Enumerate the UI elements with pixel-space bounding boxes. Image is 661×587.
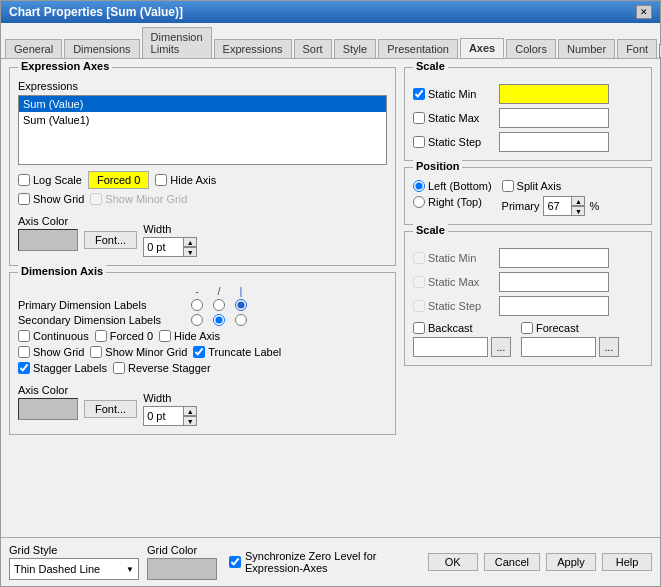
tab-sort[interactable]: Sort	[294, 39, 332, 58]
backcast-checkbox[interactable]	[413, 322, 425, 334]
ok-button[interactable]: OK	[428, 553, 478, 571]
tab-axes[interactable]: Axes	[460, 38, 504, 58]
grid-style-dropdown[interactable]: Thin Dashed Line ▼	[9, 558, 139, 580]
split-axis-checkbox-label[interactable]: Split Axis	[502, 180, 600, 192]
secondary-dim-radio-1[interactable]	[186, 314, 208, 326]
dim-static-max-checkbox-label[interactable]: Static Max	[413, 276, 493, 288]
static-max-checkbox[interactable]	[413, 112, 425, 124]
log-scale-checkbox[interactable]	[18, 174, 30, 186]
dim-show-grid-label[interactable]: Show Grid	[18, 346, 84, 358]
static-max-input[interactable]	[499, 108, 609, 128]
show-grid-checkbox-label[interactable]: Show Grid	[18, 193, 84, 205]
static-min-checkbox[interactable]	[413, 88, 425, 100]
expr-item-0[interactable]: Sum (Value)	[19, 96, 386, 112]
dim-show-minor-grid-checkbox[interactable]	[90, 346, 102, 358]
show-minor-grid-checkbox[interactable]	[90, 193, 102, 205]
tab-general[interactable]: General	[5, 39, 62, 58]
dim-hide-axis-label[interactable]: Hide Axis	[159, 330, 220, 342]
right-top-radio-label[interactable]: Right (Top)	[413, 196, 492, 208]
dim-static-min-checkbox-label[interactable]: Static Min	[413, 252, 493, 264]
backcast-checkbox-label[interactable]: Backcast	[413, 322, 473, 334]
dim-font-button[interactable]: Font...	[84, 400, 137, 418]
tab-colors[interactable]: Colors	[506, 39, 556, 58]
right-top-radio[interactable]	[413, 196, 425, 208]
static-min-checkbox-label[interactable]: Static Min	[413, 88, 493, 100]
dim-static-min-checkbox[interactable]	[413, 252, 425, 264]
tab-style[interactable]: Style	[334, 39, 376, 58]
dim-static-min-input[interactable]	[499, 248, 609, 268]
truncate-label-label[interactable]: Truncate Label	[193, 346, 281, 358]
dim-width-input[interactable]	[143, 406, 183, 426]
backcast-ellipsis-btn[interactable]: ...	[491, 337, 511, 357]
forecast-checkbox[interactable]	[521, 322, 533, 334]
static-step-checkbox[interactable]	[413, 136, 425, 148]
left-bottom-radio-label[interactable]: Left (Bottom)	[413, 180, 492, 192]
forecast-ellipsis-btn[interactable]: ...	[599, 337, 619, 357]
dim-static-step-input[interactable]	[499, 296, 609, 316]
forced-0-button[interactable]: Forced 0	[88, 171, 149, 189]
grid-color-box[interactable]	[147, 558, 217, 580]
show-grid-checkbox[interactable]	[18, 193, 30, 205]
width-spin-up[interactable]: ▲	[183, 237, 197, 247]
tab-dimensions[interactable]: Dimensions	[64, 39, 139, 58]
close-button[interactable]: ✕	[636, 5, 652, 19]
dim-axis-color-box[interactable]	[18, 398, 78, 420]
dim-forced-0-checkbox[interactable]	[95, 330, 107, 342]
dim-static-step-checkbox-label[interactable]: Static Step	[413, 300, 493, 312]
primary-input[interactable]	[543, 196, 571, 216]
split-axis-checkbox[interactable]	[502, 180, 514, 192]
width-spin-down[interactable]: ▼	[183, 247, 197, 257]
primary-dim-radio-3[interactable]	[230, 299, 252, 311]
static-min-input[interactable]	[499, 84, 609, 104]
font-button[interactable]: Font...	[84, 231, 137, 249]
width-input[interactable]	[143, 237, 183, 257]
truncate-label-checkbox[interactable]	[193, 346, 205, 358]
apply-button[interactable]: Apply	[546, 553, 596, 571]
static-max-checkbox-label[interactable]: Static Max	[413, 112, 493, 124]
backcast-input[interactable]	[413, 337, 488, 357]
tab-presentation[interactable]: Presentation	[378, 39, 458, 58]
sync-checkbox-label[interactable]: Synchronize Zero Level for Expression-Ax…	[229, 550, 422, 574]
primary-dim-radio-1[interactable]	[186, 299, 208, 311]
expressions-list[interactable]: Sum (Value) Sum (Value1)	[18, 95, 387, 165]
stagger-labels-checkbox[interactable]	[18, 362, 30, 374]
forecast-checkbox-label[interactable]: Forecast	[521, 322, 579, 334]
primary-spin-up[interactable]: ▲	[571, 196, 585, 206]
static-step-checkbox-label[interactable]: Static Step	[413, 136, 493, 148]
dim-show-minor-grid-label[interactable]: Show Minor Grid	[90, 346, 187, 358]
dim-show-grid-checkbox[interactable]	[18, 346, 30, 358]
dim-static-max-checkbox[interactable]	[413, 276, 425, 288]
dim-hide-axis-checkbox[interactable]	[159, 330, 171, 342]
secondary-dim-radio-2[interactable]	[208, 314, 230, 326]
primary-dim-radio-2[interactable]	[208, 299, 230, 311]
help-button[interactable]: Help	[602, 553, 652, 571]
hide-axis-checkbox[interactable]	[155, 174, 167, 186]
show-minor-grid-checkbox-label[interactable]: Show Minor Grid	[90, 193, 187, 205]
reverse-stagger-checkbox[interactable]	[113, 362, 125, 374]
hide-axis-checkbox-label[interactable]: Hide Axis	[155, 174, 216, 186]
reverse-stagger-label[interactable]: Reverse Stagger	[113, 362, 211, 374]
dim-width-spin-up[interactable]: ▲	[183, 406, 197, 416]
left-bottom-radio[interactable]	[413, 180, 425, 192]
sync-checkbox[interactable]	[229, 556, 241, 568]
expr-item-1[interactable]: Sum (Value1)	[19, 112, 386, 128]
axis-color-box[interactable]	[18, 229, 78, 251]
dim-static-max-input[interactable]	[499, 272, 609, 292]
tab-font[interactable]: Font	[617, 39, 657, 58]
cancel-button[interactable]: Cancel	[484, 553, 540, 571]
tab-dimension-limits[interactable]: Dimension Limits	[142, 27, 212, 58]
stagger-labels-label[interactable]: Stagger Labels	[18, 362, 107, 374]
continuous-checkbox-label[interactable]: Continuous	[18, 330, 89, 342]
tab-number[interactable]: Number	[558, 39, 615, 58]
log-scale-checkbox-label[interactable]: Log Scale	[18, 174, 82, 186]
forecast-input[interactable]	[521, 337, 596, 357]
primary-spin-down[interactable]: ▼	[571, 206, 585, 216]
dim-width-spin-down[interactable]: ▼	[183, 416, 197, 426]
static-step-input[interactable]	[499, 132, 609, 152]
dim-forced-0-label[interactable]: Forced 0	[95, 330, 153, 342]
dim-width-input-group: ▲ ▼	[143, 406, 197, 426]
tab-expressions[interactable]: Expressions	[214, 39, 292, 58]
dim-static-step-checkbox[interactable]	[413, 300, 425, 312]
continuous-checkbox[interactable]	[18, 330, 30, 342]
secondary-dim-radio-3[interactable]	[230, 314, 252, 326]
